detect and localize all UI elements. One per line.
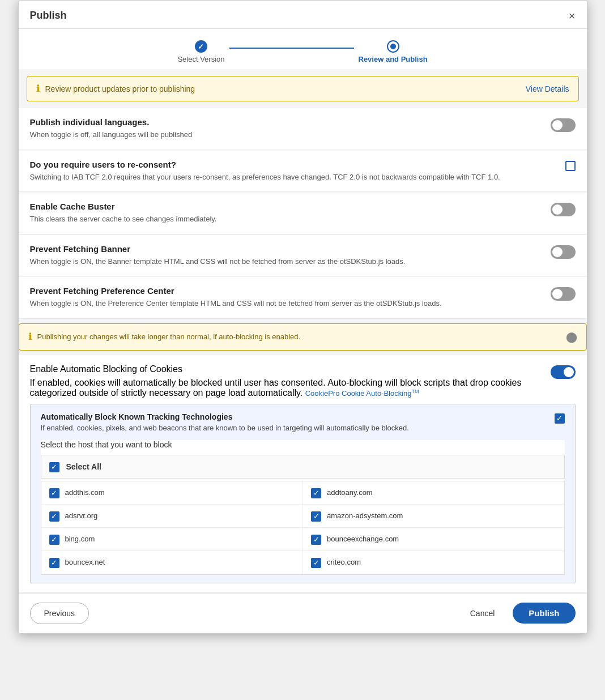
modal-title: Publish (30, 10, 67, 22)
checkbox-addthis[interactable]: ✓ (49, 488, 59, 498)
host-name-criteo: criteo.com (327, 558, 361, 566)
host-name-bouncex: bouncex.net (65, 558, 105, 566)
alert-banner: ℹ Review product updates prior to publis… (27, 76, 579, 101)
checkbox-tracking[interactable]: ✓ (555, 413, 565, 424)
alert-text: Review product updates prior to publishi… (45, 84, 195, 93)
close-button[interactable]: × (569, 10, 576, 22)
step-1-label: Select Version (177, 55, 224, 63)
checkbox-bounceexchange[interactable]: ✓ (311, 535, 321, 545)
setting-prevent-fetching-banner: Prevent Fetching Banner When toggle is O… (19, 235, 587, 277)
modal-header: Publish × (19, 1, 587, 29)
select-all-label: Select All (66, 462, 102, 471)
modal-footer: Previous Cancel Publish (19, 593, 587, 633)
setting-desc-4: When toggle is ON, the Preference Center… (30, 298, 539, 309)
host-name-addthis: addthis.com (65, 488, 105, 497)
step-2-label: Review and Publish (359, 55, 428, 63)
setting-title-0: Publish individual languages. (30, 117, 539, 127)
checkbox-criteo[interactable]: ✓ (311, 558, 321, 568)
modal: Publish × ✓ Select Version Review and Pu… (18, 0, 587, 634)
previous-button[interactable]: Previous (30, 603, 89, 624)
setting-title-3: Prevent Fetching Banner (30, 244, 539, 254)
host-name-amazon: amazon-adsystem.com (327, 511, 403, 520)
host-item-bounceexchange: ✓ bounceexchange.com (302, 528, 564, 551)
select-all-checkbox[interactable]: ✓ (49, 462, 59, 472)
setting-desc-2: This clears the server cache to see chan… (30, 214, 539, 225)
host-name-addtoany: addtoany.com (327, 488, 373, 497)
step-2-circle (387, 40, 399, 53)
cancel-button[interactable]: Cancel (461, 603, 504, 624)
setting-prevent-fetching-preference: Prevent Fetching Preference Center When … (19, 277, 587, 319)
warning-text: Publishing your changes will take longer… (37, 332, 560, 341)
setting-cache-buster: Enable Cache Buster This clears the serv… (19, 193, 587, 234)
tracking-section: Automatically Block Known Tracking Techn… (30, 404, 576, 583)
toggle-prevent-banner[interactable] (551, 245, 576, 259)
setting-title-4: Prevent Fetching Preference Center (30, 286, 539, 296)
cookiepro-link[interactable]: CookiePro Cookie Auto-BlockingTM (305, 389, 419, 398)
host-name-bounceexchange: bounceexchange.com (327, 535, 399, 543)
stepper: ✓ Select Version Review and Publish (19, 29, 587, 69)
step-1-circle: ✓ (195, 40, 207, 53)
host-selection-label: Select the host that you want to block (41, 440, 565, 449)
warning-banner: ℹ Publishing your changes will take long… (19, 323, 587, 351)
auto-blocking-section: Enable Automatic Blocking of Cookies If … (19, 355, 587, 593)
step-1: ✓ Select Version (177, 40, 224, 63)
host-item-criteo: ✓ criteo.com (302, 551, 564, 574)
tracking-desc: If enabled, cookies, pixels, and web bea… (41, 424, 409, 432)
setting-desc-1: Switching to IAB TCF 2.0 requires that y… (30, 172, 554, 183)
publish-button[interactable]: Publish (513, 603, 575, 624)
tracking-title: Automatically Block Known Tracking Techn… (41, 412, 409, 421)
checkbox-bing[interactable]: ✓ (49, 535, 59, 545)
setting-title-1: Do you require users to re-consent? (30, 160, 554, 169)
toggle-prevent-preference[interactable] (551, 287, 576, 301)
cursor-icon: ⬤ (566, 331, 577, 343)
checkbox-reconsent[interactable] (565, 161, 576, 171)
setting-publish-individual-languages: Publish individual languages. When toggl… (19, 108, 587, 150)
toggle-auto-blocking[interactable] (551, 365, 576, 379)
setting-desc-0: When toggle is off, all languages will b… (30, 129, 539, 140)
view-details-link[interactable]: View Details (526, 84, 569, 93)
host-list: ✓ addthis.com ✓ addtoany.com ✓ adsrvr.or… (41, 481, 565, 575)
modal-body: ℹ Review product updates prior to publis… (19, 69, 587, 593)
setting-require-reconsent: Do you require users to re-consent? Swit… (19, 151, 587, 193)
host-item-adsrvr: ✓ adsrvr.org (41, 505, 303, 528)
warning-info-icon: ℹ (28, 331, 32, 342)
host-name-adsrvr: adsrvr.org (65, 511, 98, 520)
host-selection: Select the host that you want to block ✓… (41, 440, 565, 575)
step-line (229, 48, 354, 49)
host-item-bouncex: ✓ bouncex.net (41, 551, 303, 574)
select-all-row: ✓ Select All (41, 455, 565, 479)
info-icon: ℹ (36, 83, 40, 94)
host-name-bing: bing.com (65, 535, 95, 543)
step-2: Review and Publish (359, 40, 428, 63)
auto-blocking-title: Enable Automatic Blocking of Cookies (30, 364, 551, 374)
host-item-amazon: ✓ amazon-adsystem.com (302, 505, 564, 528)
checkbox-addtoany[interactable]: ✓ (311, 488, 321, 498)
toggle-publish-languages[interactable] (551, 118, 576, 132)
setting-desc-3: When toggle is ON, the Banner template H… (30, 256, 539, 267)
checkbox-adsrvr[interactable]: ✓ (49, 511, 59, 522)
host-item-addthis: ✓ addthis.com (41, 481, 303, 505)
setting-title-2: Enable Cache Buster (30, 202, 539, 211)
host-item-bing: ✓ bing.com (41, 528, 303, 551)
host-item-addtoany: ✓ addtoany.com (302, 481, 564, 505)
checkbox-bouncex[interactable]: ✓ (49, 558, 59, 568)
toggle-cache-buster[interactable] (551, 203, 576, 216)
checkbox-amazon[interactable]: ✓ (311, 511, 321, 522)
auto-blocking-desc: If enabled, cookies will automatically b… (30, 378, 551, 398)
